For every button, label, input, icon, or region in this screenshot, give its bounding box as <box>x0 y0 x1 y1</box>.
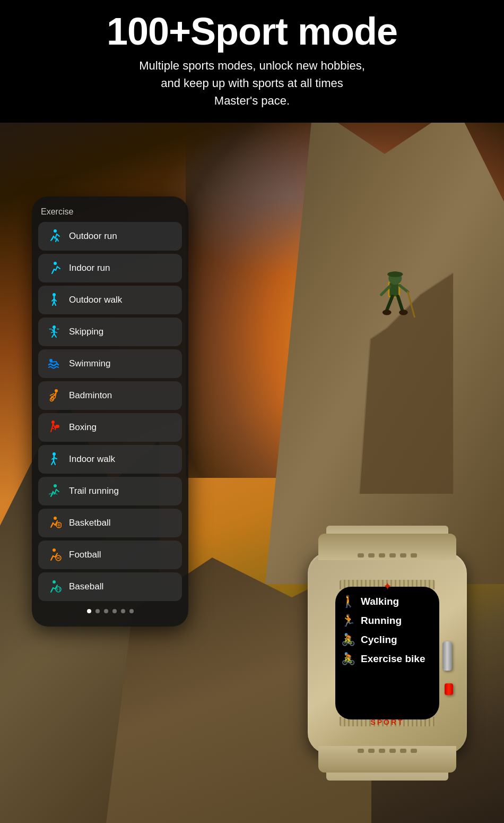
exercise-panel: Exercise Outdoor runIndoor runOutdoor wa… <box>32 196 188 627</box>
menu-item-swimming[interactable]: Swimming <box>38 349 182 378</box>
watch-activity-running: 🏃 Running <box>341 614 434 628</box>
menu-item-baseball[interactable]: Baseball <box>38 572 182 601</box>
exercise-bike-label: Exercise bike <box>361 653 425 665</box>
svg-point-11 <box>399 310 408 315</box>
walking-icon: 🚶 <box>341 595 355 608</box>
badminton-icon <box>46 387 63 404</box>
watch-screen: 🚶 Walking 🏃 Running 🚴 Cycling 🚴 Exercise… <box>335 587 439 719</box>
svg-line-28 <box>50 393 54 396</box>
badminton-label: Badminton <box>69 390 112 401</box>
svg-point-4 <box>387 271 403 277</box>
dot-5[interactable] <box>121 609 125 613</box>
football-label: Football <box>69 550 101 560</box>
menu-item-basketball[interactable]: Basketball <box>38 509 182 537</box>
watch-activity-cycling: 🚴 Cycling <box>341 633 434 647</box>
trail-running-icon <box>46 483 63 500</box>
menu-item-trail-running[interactable]: Trail running <box>38 477 182 505</box>
running-label: Running <box>361 615 402 627</box>
watch-activity-exercise-bike: 🚴 Exercise bike <box>341 652 434 666</box>
watch-sport-text: SPORT <box>370 718 404 726</box>
boxing-label: Boxing <box>69 422 97 433</box>
menu-item-skipping[interactable]: Skipping <box>38 318 182 346</box>
header: 100+Sport mode Multiple sports modes, un… <box>0 0 504 123</box>
baseball-label: Baseball <box>69 581 103 592</box>
watch-body: ✦ SOUND POWER SPORT 🚶 Walking 🏃 Running <box>308 552 467 754</box>
lug-top <box>318 534 456 560</box>
swimming-icon <box>46 355 63 372</box>
menu-item-football[interactable]: Football <box>38 541 182 569</box>
walking-label: Walking <box>361 596 399 607</box>
svg-line-24 <box>54 334 56 337</box>
smartwatch: ✦ SOUND POWER SPORT 🚶 Walking 🏃 Running <box>286 526 488 781</box>
svg-point-39 <box>54 484 57 487</box>
svg-point-26 <box>55 389 58 392</box>
menu-item-badminton[interactable]: Badminton <box>38 381 182 410</box>
svg-line-8 <box>387 296 392 310</box>
svg-rect-31 <box>55 425 59 428</box>
outdoor-run-label: Outdoor run <box>69 231 117 242</box>
outdoor-run-icon <box>46 228 63 245</box>
svg-line-38 <box>54 461 55 465</box>
basketball-icon <box>46 515 63 531</box>
menu-item-boxing[interactable]: Boxing <box>38 413 182 442</box>
outdoor-walk-icon <box>46 292 63 308</box>
menu-item-outdoor-walk[interactable]: Outdoor walk <box>38 286 182 314</box>
svg-line-9 <box>398 296 402 310</box>
football-icon <box>46 546 63 563</box>
dot-1[interactable] <box>87 609 91 613</box>
exercise-bike-icon: 🚴 <box>341 652 355 666</box>
svg-point-44 <box>53 580 56 584</box>
boxing-icon <box>46 419 63 436</box>
dot-4[interactable] <box>112 609 117 613</box>
svg-line-36 <box>54 458 57 459</box>
watch-crown[interactable] <box>442 641 452 671</box>
menu-item-indoor-walk[interactable]: Indoor walk <box>38 445 182 474</box>
hiker-image <box>324 202 472 520</box>
svg-point-42 <box>53 548 56 552</box>
page-title: 100+Sport mode <box>32 11 472 53</box>
svg-point-10 <box>383 310 392 315</box>
watch-logo: ✦ <box>383 580 392 593</box>
menu-item-indoor-run[interactable]: Indoor run <box>38 254 182 282</box>
svg-point-12 <box>54 229 57 233</box>
indoor-run-label: Indoor run <box>69 263 110 273</box>
dot-3[interactable] <box>104 609 108 613</box>
dot-2[interactable] <box>95 609 100 613</box>
indoor-run-icon <box>46 260 63 277</box>
svg-line-19 <box>54 302 56 305</box>
svg-line-6 <box>399 285 408 292</box>
dot-6[interactable] <box>129 609 134 613</box>
baseball-icon <box>46 578 63 595</box>
watch-activity-walking: 🚶 Walking <box>341 595 434 608</box>
section-label: Exercise <box>41 207 182 217</box>
svg-point-40 <box>54 517 57 520</box>
pagination <box>38 609 182 613</box>
indoor-walk-label: Indoor walk <box>69 454 115 465</box>
skipping-icon <box>46 323 63 340</box>
watch-outer: ✦ SOUND POWER SPORT 🚶 Walking 🏃 Running <box>286 526 488 781</box>
lug-bottom <box>318 746 456 773</box>
swimming-label: Swimming <box>69 358 110 369</box>
page-subtitle: Multiple sports modes, unlock new hobbie… <box>32 57 472 109</box>
svg-point-45 <box>56 587 61 592</box>
menu-item-outdoor-run[interactable]: Outdoor run <box>38 222 182 251</box>
watch-red-button[interactable] <box>445 683 453 695</box>
basketball-label: Basketball <box>69 518 110 528</box>
skipping-label: Skipping <box>69 327 103 337</box>
svg-line-32 <box>52 428 54 429</box>
trail-running-label: Trail running <box>69 486 119 496</box>
cycling-icon: 🚴 <box>341 633 355 647</box>
cycling-label: Cycling <box>361 634 397 646</box>
svg-point-13 <box>54 262 57 265</box>
running-icon: 🏃 <box>341 614 355 628</box>
indoor-walk-icon <box>46 451 63 468</box>
outdoor-walk-label: Outdoor walk <box>69 295 122 305</box>
